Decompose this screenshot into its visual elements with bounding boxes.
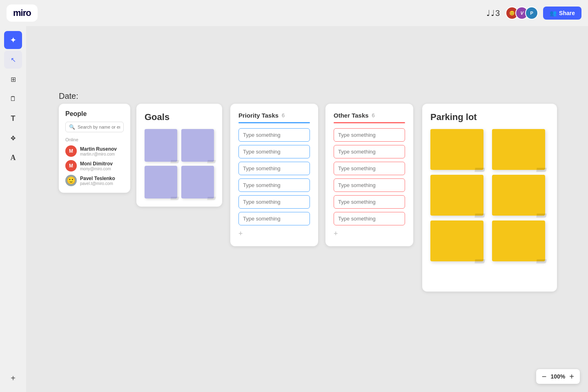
priority-task-input-4[interactable] (238, 178, 310, 192)
sidebar-item-sparkle[interactable]: ✦ (4, 31, 22, 49)
other-add-icon: + (334, 229, 338, 238)
people-panel: People 🔍 Online M Martin Rusenov martin.… (59, 104, 130, 193)
sidebar-item-table[interactable]: ⊞ (4, 70, 22, 88)
sticky-note-2[interactable] (181, 129, 214, 162)
person-info-2: Moni Dimitrov mony@miro.com (80, 161, 113, 171)
search-icon: 🔍 (69, 124, 75, 130)
person-name-2: Moni Dimitrov (80, 161, 113, 167)
person-email-3: pavel.t@miro.com (80, 181, 115, 186)
priority-tasks-header: Priority Tasks 6 (238, 112, 310, 119)
table-icon: ⊞ (11, 76, 16, 83)
parking-sticky-3[interactable] (430, 175, 483, 216)
other-task-input-4[interactable] (334, 178, 405, 192)
share-label: Share (559, 10, 575, 16)
people-list: M Martin Rusenov martin.r@miro.com M Mon… (65, 145, 124, 186)
person-item-2: M Moni Dimitrov mony@miro.com (65, 160, 124, 172)
parking-sticky-grid (430, 129, 549, 261)
sticky-note-1[interactable] (145, 129, 177, 162)
sidebar-item-shapes[interactable]: ❖ (4, 129, 22, 147)
sidebar-item-add[interactable]: + (4, 369, 22, 387)
logo-wrapper: miro (7, 4, 38, 22)
people-title: People (65, 110, 124, 118)
priority-task-input-6[interactable] (238, 212, 310, 225)
sidebar: ✦ ↖ ⊞ 🗒 T ❖ A + (0, 26, 26, 392)
zoom-in-button[interactable]: + (569, 372, 574, 381)
sidebar-item-cursor[interactable]: ↖ (4, 51, 22, 69)
other-tasks-panel: Other Tasks 6 + (325, 104, 413, 246)
person-item-3: 🙂 Pavel Teslenko pavel.t@miro.com (65, 175, 124, 186)
other-task-input-2[interactable] (334, 145, 405, 158)
parking-lot-panel: Parking lot (422, 104, 557, 292)
share-icon: 👥 (550, 10, 557, 16)
zoom-out-button[interactable]: − (542, 372, 547, 381)
person-email-2: mony@miro.com (80, 167, 113, 171)
parking-sticky-4[interactable] (492, 175, 545, 216)
other-task-input-6[interactable] (334, 212, 405, 225)
font-icon: A (11, 154, 16, 162)
parking-sticky-5[interactable] (430, 220, 483, 261)
goals-title: Goals (145, 112, 214, 122)
sparkle-icon: ✦ (10, 35, 17, 45)
priority-tasks-panel: Priority Tasks 6 + (230, 104, 318, 246)
timer-widget: ♩♩3 (486, 8, 501, 18)
parking-lot-title: Parking lot (430, 112, 549, 122)
other-tasks-add[interactable]: + (334, 229, 405, 238)
other-tasks-count: 6 (372, 112, 375, 118)
sticky-notes-grid (145, 129, 214, 198)
other-task-input-3[interactable] (334, 162, 405, 175)
logo: miro (13, 8, 31, 18)
person-avatar-3: 🙂 (65, 175, 77, 186)
sticky-note-4[interactable] (181, 166, 214, 198)
timer-display: ♩♩3 (486, 9, 501, 18)
avatar-3[interactable]: P (525, 7, 538, 20)
person-avatar-1: M (65, 145, 77, 157)
header: miro ♩♩3 😊 V P 👥 Share (0, 0, 588, 26)
share-button[interactable]: 👥 Share (543, 7, 581, 20)
people-search-input[interactable] (78, 125, 120, 129)
cursor-icon: ↖ (11, 56, 16, 64)
other-task-input-5[interactable] (334, 195, 405, 209)
parking-sticky-6[interactable] (492, 220, 545, 261)
priority-task-input-5[interactable] (238, 195, 310, 209)
zoom-controls: − 100% + (536, 369, 580, 384)
person-name-3: Pavel Teslenko (80, 176, 115, 181)
parking-sticky-1[interactable] (430, 129, 483, 170)
note-icon: 🗒 (10, 95, 16, 102)
people-search-wrapper[interactable]: 🔍 (65, 122, 124, 132)
shapes-icon: ❖ (10, 134, 16, 142)
priority-task-input-3[interactable] (238, 162, 310, 175)
person-info-3: Pavel Teslenko pavel.t@miro.com (80, 176, 115, 186)
sidebar-item-font[interactable]: A (4, 149, 22, 167)
person-info-1: Martin Rusenov martin.r@miro.com (80, 146, 117, 156)
text-icon: T (11, 114, 16, 123)
other-task-input-1[interactable] (334, 128, 405, 142)
priority-tasks-title: Priority Tasks (238, 112, 278, 119)
priority-add-icon: + (238, 229, 243, 238)
priority-tasks-count: 6 (282, 112, 285, 118)
goals-panel: Goals (136, 104, 222, 207)
priority-tasks-divider (238, 122, 310, 123)
other-tasks-title: Other Tasks (334, 112, 369, 119)
person-email-1: martin.r@miro.com (80, 152, 117, 156)
person-name-1: Martin Rusenov (80, 146, 117, 152)
person-avatar-2: M (65, 160, 77, 172)
priority-task-input-2[interactable] (238, 145, 310, 158)
add-icon: + (11, 374, 16, 383)
sticky-note-3[interactable] (145, 166, 177, 198)
parking-sticky-2[interactable] (492, 129, 545, 170)
header-right: ♩♩3 😊 V P 👥 Share (486, 7, 581, 20)
sidebar-item-note[interactable]: 🗒 (4, 90, 22, 108)
canvas: Date: People 🔍 Online M Martin Rusenov m… (26, 26, 588, 392)
person-item-1: M Martin Rusenov martin.r@miro.com (65, 145, 124, 157)
priority-task-input-1[interactable] (238, 128, 310, 142)
date-label: Date: (59, 91, 78, 101)
priority-tasks-add[interactable]: + (238, 229, 310, 238)
other-tasks-divider (334, 122, 405, 123)
zoom-level: 100% (550, 373, 566, 380)
avatars-group: 😊 V P (506, 7, 538, 20)
online-label: Online (65, 137, 124, 142)
sidebar-item-text[interactable]: T (4, 109, 22, 127)
other-tasks-header: Other Tasks 6 (334, 112, 405, 119)
